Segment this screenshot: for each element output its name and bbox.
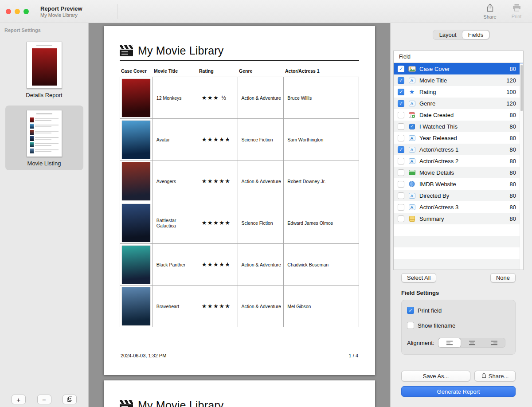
field-checkbox[interactable] [398,123,404,130]
report-title-row: My Movie Library [120,44,359,57]
field-checkbox[interactable] [398,158,404,164]
field-checkbox[interactable] [398,169,404,176]
report-page-2: My Movie Library [104,380,375,407]
tab-layout[interactable]: Layout [434,31,462,39]
clapperboard-icon [120,45,133,56]
field-checkbox[interactable] [398,112,404,118]
column-header: Case Cover [120,68,153,77]
field-checkbox[interactable] [398,181,404,188]
table-row: Black Panther ★★★★★ Action & Adventure C… [120,244,359,286]
field-checkbox[interactable] [398,89,404,95]
remove-report-button[interactable]: − [37,395,51,404]
field-row[interactable]: A Actor/Actress 2 80 [394,155,523,167]
toolbar-separator [117,4,117,19]
movie-title-cell: Black Panther [153,244,198,286]
field-row[interactable]: A Directed By 80 [394,190,523,201]
field-row[interactable]: A Movie Title 120 [394,74,523,86]
window-controls [0,9,29,14]
show-filename-checkbox[interactable] [407,322,414,329]
text-icon: A [407,78,416,83]
field-name: IMDB Website [419,181,456,188]
field-row[interactable]: A Actor/Actress 3 80 [394,201,523,213]
zoom-window-button[interactable] [23,9,29,14]
generate-report-button[interactable]: Generate Report [401,386,516,397]
report-list-item[interactable]: Movie Listing [5,106,83,170]
report-title: My Movie Library [138,399,224,407]
field-row[interactable]: Summary 80 [394,213,523,224]
field-checkbox[interactable] [398,215,404,222]
align-center-button[interactable] [461,338,483,347]
print-field-row: Print field [407,306,510,315]
save-as-button[interactable]: Save As... [401,371,470,381]
report-settings-sidebar: Report Settings Details Report Movie Lis… [0,23,89,407]
share-button[interactable]: Share [480,4,500,20]
field-row[interactable]: Date Created 80 [394,109,523,121]
inspector-panel: Layout Fields Field Case Cover 80 A Movi… [390,23,532,407]
select-all-button[interactable]: Select All [401,273,436,282]
minimize-window-button[interactable] [15,9,20,14]
sidebar-toolbar: + − [0,395,88,404]
align-left-button[interactable] [438,338,461,347]
movie-genre-cell: Action & Adventure [238,160,284,202]
report-preview-area: My Movie Library Case CoverMovie TitleRa… [89,23,390,407]
selection-buttons-row: Select All None [401,273,516,282]
report-label: Movie Listing [27,160,61,167]
movie-genre-cell: Action & Adventure [238,286,284,327]
scrollbar-thumb[interactable] [520,65,523,111]
field-row[interactable]: IMDB Website 80 [394,178,523,190]
field-checkbox[interactable] [398,100,404,107]
field-rows: Case Cover 80 A Movie Title 120 ★ Rating… [394,63,523,224]
field-checkbox[interactable] [398,77,404,84]
field-list-scrollbar[interactable] [520,63,523,270]
field-list-empty-rows [394,224,523,270]
none-button[interactable]: None [490,273,516,282]
field-row[interactable]: Case Cover 80 [394,63,523,74]
field-checkbox[interactable] [398,146,404,153]
field-row[interactable]: ✓ I Watched This 80 [394,121,523,132]
add-report-button[interactable]: + [12,395,26,404]
case-cover-cell [120,202,153,244]
field-row[interactable]: A Genre 120 [394,98,523,109]
case-cover-cell [120,119,153,160]
print-button-label: Print [512,14,522,19]
column-header: Movie Title [153,68,198,77]
text-icon: A [407,158,416,164]
align-right-button[interactable] [483,338,505,347]
print-field-checkbox[interactable] [407,307,414,314]
field-name: Movie Details [419,169,454,176]
field-name: I Watched This [419,123,458,130]
window-subtitle: My Movie Library [40,12,82,18]
case-cover-cell [120,160,153,202]
globe-icon [407,181,416,187]
field-checkbox[interactable] [398,135,404,141]
movie-title-cell: Battlestar Galactica [153,202,198,244]
alignment-control [438,338,505,348]
field-checkbox[interactable] [398,192,404,199]
field-settings-header: Field Settings [401,290,532,296]
report-list-item[interactable]: Details Report [5,37,83,102]
field-checkbox[interactable] [398,66,404,72]
movie-actor-cell: Sam Worthington [284,119,359,160]
print-button[interactable]: Print [506,4,527,20]
movie-cover-image [122,246,150,284]
report-title: My Movie Library [138,44,224,57]
tab-fields[interactable]: Fields [462,31,489,39]
field-checkbox[interactable] [398,204,404,211]
field-row[interactable]: ★ Rating 100 [394,86,523,98]
duplicate-report-button[interactable] [63,395,77,404]
star-icon: ★ [407,89,416,95]
movie-genre-cell: Action & Adventure [238,244,284,286]
report-page-1: My Movie Library Case CoverMovie TitleRa… [104,26,375,375]
field-name: Summary [419,215,444,222]
column-header: Actor/Actress 1 [284,68,359,77]
close-window-button[interactable] [6,9,11,14]
title-underline [120,60,359,61]
movie-cover-image [122,121,150,159]
share-report-button[interactable]: Share... [474,371,516,381]
page-footer: 2024-06-03, 1:32 PM 1 / 4 [120,353,359,358]
field-row[interactable]: A Actor/Actress 1 80 [394,144,523,155]
text-icon: A [407,193,416,199]
field-row[interactable]: Movie Details 80 [394,167,523,178]
field-row[interactable]: A Year Released 80 [394,132,523,144]
field-name: Year Released [419,135,457,141]
